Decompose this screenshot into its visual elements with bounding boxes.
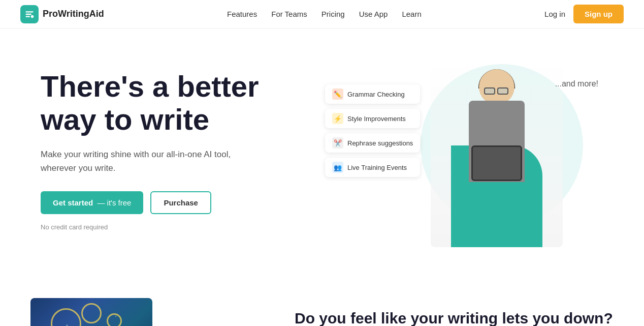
hero-subtitle: Make your writing shine with our all-in-… <box>41 147 254 175</box>
person-glasses <box>484 87 509 95</box>
purchase-button[interactable]: Purchase <box>150 191 211 214</box>
section-divider <box>0 268 644 298</box>
nav-item-pricing[interactable]: Pricing <box>321 10 345 18</box>
hero-visual: ✏️ Grammar Checking ⚡ Style Improvements… <box>315 54 603 247</box>
nav-actions: Log in Sign up <box>544 5 624 23</box>
nav-links: Features For Teams Pricing Use App Learn <box>227 10 422 19</box>
brand-name: ProWritingAid <box>43 9 104 19</box>
hero-person-illustration <box>431 54 563 247</box>
swirl-2 <box>81 303 102 323</box>
hero-section: There's a better way to write Make your … <box>0 28 644 268</box>
nav-item-features[interactable]: Features <box>227 10 257 18</box>
glass-right <box>497 87 508 95</box>
page-wrapper: ProWritingAid Features For Teams Pricing… <box>0 0 644 326</box>
chip-training: 👥 Live Training Events <box>325 158 420 177</box>
grammar-icon: ✏️ <box>332 88 343 100</box>
painting-card <box>30 298 152 326</box>
svg-point-1 <box>31 15 34 18</box>
section-two-text: Do you feel like your writing lets you d… <box>295 298 614 326</box>
nav-item-for-teams[interactable]: For Teams <box>271 10 307 18</box>
person-silhouette <box>441 64 553 247</box>
feature-chips: ✏️ Grammar Checking ⚡ Style Improvements… <box>325 84 420 177</box>
login-button[interactable]: Log in <box>544 10 565 18</box>
section-image-area: My idea in my head <box>30 298 264 326</box>
hero-text: There's a better way to write Make your … <box>41 70 315 231</box>
person-laptop <box>471 145 522 181</box>
nav-item-use-app[interactable]: Use App <box>359 10 388 18</box>
section-two: My idea in my head Do you feel like your… <box>0 298 644 326</box>
rephrase-icon: ✂️ <box>332 137 343 149</box>
nav-brand: ProWritingAid <box>20 5 104 23</box>
chip-grammar: ✏️ Grammar Checking <box>325 84 420 104</box>
chip-style: ⚡ Style Improvements <box>325 109 420 128</box>
hero-title: There's a better way to write <box>41 70 315 136</box>
signup-button[interactable]: Sign up <box>573 5 624 23</box>
style-icon: ⚡ <box>332 113 343 124</box>
get-started-button[interactable]: Get started — it's free <box>41 191 143 214</box>
hero-buttons: Get started — it's free Purchase <box>41 191 315 214</box>
glass-left <box>484 87 495 95</box>
section-two-title: Do you feel like your writing lets you d… <box>295 308 614 326</box>
nav-item-learn[interactable]: Learn <box>402 10 421 18</box>
brand-logo <box>20 5 39 23</box>
chip-rephrase: ✂️ Rephrase suggestions <box>325 133 420 153</box>
swirl-3 <box>107 313 122 326</box>
person-head <box>479 69 514 105</box>
no-credit-card-text: No credit card required <box>41 223 315 231</box>
training-icon: 👥 <box>332 162 343 173</box>
navbar: ProWritingAid Features For Teams Pricing… <box>0 0 644 28</box>
